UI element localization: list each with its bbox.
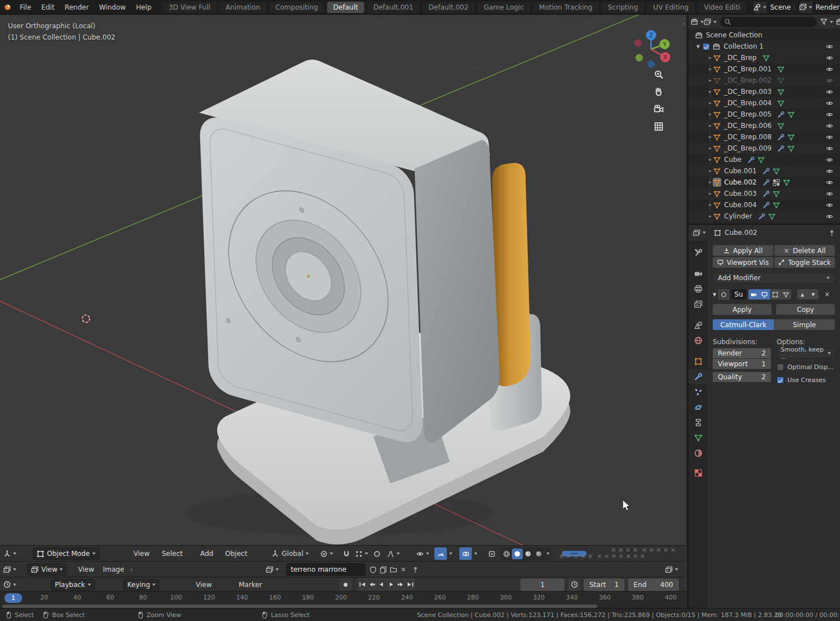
eye-icon[interactable] (826, 66, 833, 73)
eye-icon[interactable] (826, 202, 833, 209)
uv-smooth-dropdown[interactable]: Smooth, keep ... (777, 348, 835, 358)
outliner-row[interactable]: ►_DC_Brep.001 (688, 63, 840, 75)
expand-right-icon[interactable]: ► (709, 112, 712, 117)
next-keyframe-button[interactable] (396, 579, 406, 591)
play-reverse-button[interactable] (377, 579, 386, 591)
jump-start-button[interactable] (357, 579, 367, 591)
ortho-toggle-button[interactable] (651, 119, 666, 134)
pan-view-button[interactable] (651, 84, 666, 98)
object-name[interactable]: _DC_Brep.002 (724, 76, 772, 84)
menu-add[interactable]: Add (198, 546, 216, 562)
tab-world[interactable] (688, 333, 708, 348)
eye-icon[interactable] (826, 145, 833, 152)
modifier-realtime-toggle[interactable] (759, 289, 770, 299)
viewport-3d-scene[interactable] (0, 15, 686, 545)
render-layer-name-field[interactable]: RenderLayer (812, 2, 840, 13)
object-name[interactable]: Cube.004 (724, 201, 757, 209)
expand-right-icon[interactable]: ► (709, 146, 712, 151)
menu-help[interactable]: Help (131, 3, 156, 11)
tab-material[interactable] (688, 446, 708, 461)
remove-modifier-button[interactable]: × (824, 290, 830, 298)
outliner-search-input[interactable] (720, 17, 817, 27)
menu-view-3d[interactable]: View (131, 546, 152, 562)
proportional-edit-toggle[interactable] (373, 546, 381, 562)
overlays-toggle[interactable] (459, 547, 472, 560)
tab-object-data[interactable] (688, 430, 708, 446)
eye-icon[interactable] (826, 122, 833, 130)
eye-icon[interactable] (826, 77, 833, 84)
outliner-row[interactable]: ►_DC_Brep.006 (688, 120, 840, 131)
object-name[interactable]: _DC_Brep.004 (724, 99, 772, 107)
object-name[interactable]: _DC_Brep.005 (724, 110, 772, 118)
workspace-tab-compositing[interactable]: Compositing (269, 2, 324, 13)
tab-particles[interactable] (688, 384, 708, 400)
use-creases-checkbox[interactable] (777, 376, 784, 384)
workspace-tab-3d-view-full[interactable]: 3D View Full (162, 2, 217, 13)
catmull-clark-button[interactable]: Catmull-Clark (713, 319, 774, 330)
eye-icon[interactable] (826, 43, 833, 50)
outliner-row[interactable]: ►Cylinder (688, 211, 840, 222)
workspace-tab-video-editing[interactable]: Video Editi (697, 2, 746, 13)
tab-physics[interactable] (688, 400, 708, 415)
expand-right-icon[interactable]: ► (709, 191, 712, 196)
modifier-cage-toggle[interactable] (781, 289, 791, 299)
tab-output[interactable] (688, 281, 708, 297)
fake-user-button[interactable] (369, 562, 377, 577)
current-frame-field[interactable]: 1 (520, 579, 565, 591)
outliner-row[interactable]: ►_DC_Brep.003 (688, 86, 840, 97)
snap-target-dropdown[interactable] (355, 546, 368, 562)
expand-right-icon[interactable]: ► (709, 180, 712, 185)
object-name[interactable]: _DC_Brep (724, 54, 757, 62)
end-frame-field[interactable]: End400 (628, 579, 679, 591)
expand-right-icon[interactable]: ► (709, 123, 712, 128)
prev-keyframe-button[interactable] (367, 579, 377, 591)
apply-all-button[interactable]: Apply All (713, 245, 773, 256)
scene-name-field[interactable]: Scene (766, 2, 794, 13)
object-name[interactable]: Cube.001 (724, 167, 757, 175)
toggle-stack-button[interactable]: Toggle Stack (774, 257, 835, 268)
copy-button[interactable]: Copy (776, 304, 835, 315)
tab-modifiers[interactable] (688, 369, 708, 384)
expand-right-icon[interactable]: ► (709, 78, 712, 83)
tab-scene[interactable] (688, 318, 708, 333)
expand-right-icon[interactable]: ► (709, 67, 712, 71)
menu-timeline-view[interactable]: View (193, 577, 214, 592)
outliner-row[interactable]: ►_DC_Brep (688, 52, 840, 63)
image-editor-type-button[interactable] (3, 562, 16, 577)
jump-end-button[interactable] (406, 579, 415, 591)
menu-image-view[interactable]: View (76, 562, 96, 577)
outliner-row[interactable]: ►Cube.004 (688, 199, 840, 211)
camera-model[interactable] (187, 59, 570, 545)
outliner-row[interactable]: ►Cube.003 (688, 188, 840, 199)
eye-icon[interactable] (826, 156, 833, 164)
menu-object[interactable]: Object (223, 546, 249, 562)
display-channels-dropdown[interactable] (665, 562, 678, 577)
modifier-editmode-toggle[interactable] (770, 289, 781, 299)
viewport-subdiv-field[interactable]: Viewport1 (713, 359, 771, 369)
eye-icon[interactable] (826, 213, 833, 220)
outliner-row[interactable]: ►Cube.001 (688, 165, 840, 177)
keying-dropdown[interactable]: Keying (123, 579, 160, 590)
delete-all-button[interactable]: ×Delete All (774, 245, 835, 256)
tab-object[interactable] (688, 354, 708, 369)
expand-right-icon[interactable]: ► (709, 101, 712, 105)
object-name[interactable]: Cube.003 (724, 190, 757, 198)
outliner-row[interactable]: ►_DC_Brep.005 (688, 109, 840, 120)
sidebar-collapse-icon[interactable]: ‹ (683, 20, 685, 27)
play-button[interactable] (386, 579, 396, 591)
new-image-button[interactable] (380, 562, 387, 577)
expand-right-icon[interactable]: ► (709, 214, 712, 219)
modifier-expand-icon[interactable]: ▼ (713, 292, 716, 297)
eye-icon[interactable] (826, 111, 833, 118)
shading-wireframe-button[interactable] (501, 549, 512, 559)
tab-view-layer[interactable] (688, 297, 708, 312)
object-name[interactable]: _DC_Brep.001 (724, 65, 772, 73)
menu-select[interactable]: Select (160, 546, 185, 562)
tab-texture[interactable] (688, 465, 708, 481)
collection-checkbox[interactable] (703, 43, 710, 50)
eye-icon[interactable] (826, 179, 833, 186)
expand-right-icon[interactable]: ► (709, 55, 712, 60)
unlink-image-button[interactable]: × (400, 562, 406, 577)
expand-right-icon[interactable]: ► (709, 157, 712, 162)
workspace-tab-scripting[interactable]: Scripting (601, 2, 644, 13)
